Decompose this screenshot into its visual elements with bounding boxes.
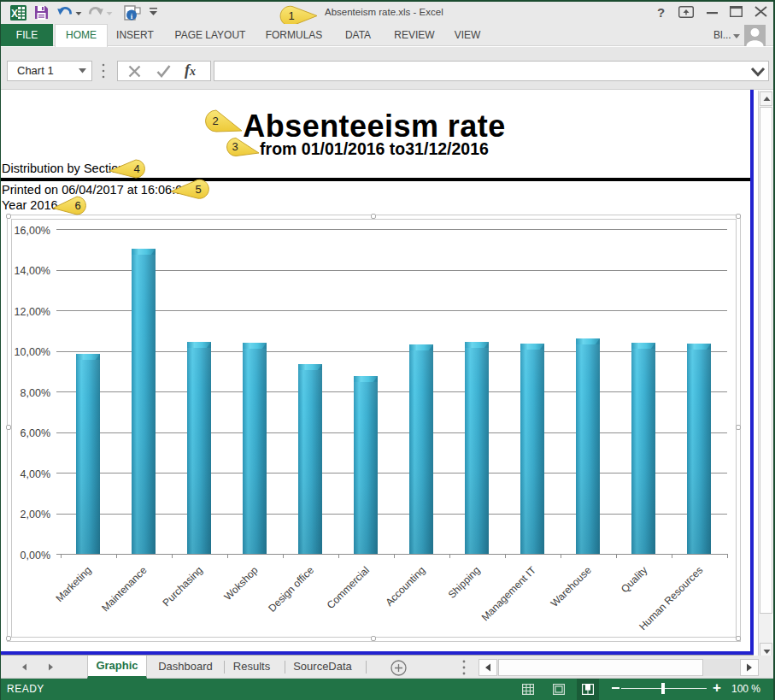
svg-text:2: 2 — [212, 115, 218, 127]
svg-text:X: X — [11, 8, 18, 20]
svg-text:6: 6 — [74, 199, 80, 212]
svg-text:4: 4 — [133, 162, 139, 175]
svg-text:5: 5 — [195, 183, 201, 196]
svg-text:1: 1 — [288, 9, 294, 22]
svg-text:3: 3 — [232, 140, 238, 153]
